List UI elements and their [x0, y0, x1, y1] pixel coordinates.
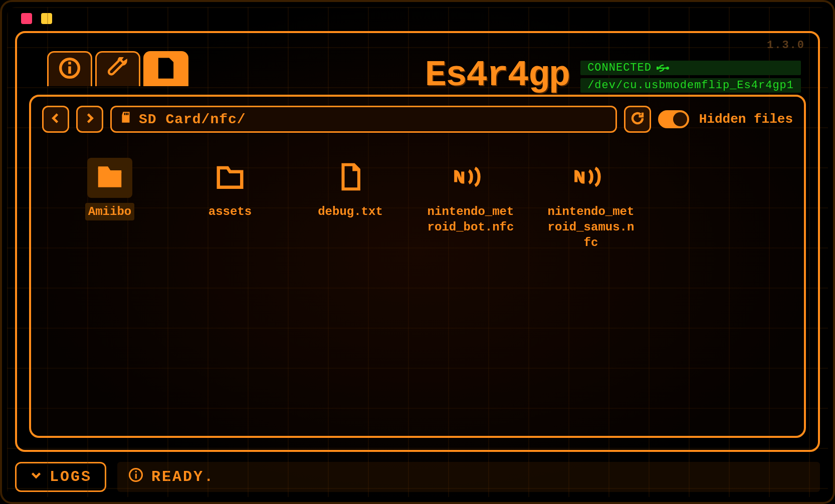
tab-tools[interactable]: [95, 51, 140, 86]
back-button[interactable]: [42, 106, 69, 133]
file-toolbar: SD Card/nfc/ Hidden files: [42, 106, 793, 133]
file-label: debug.txt: [315, 203, 386, 220]
file-label: nintendo_metroid_samus.nfc: [543, 203, 639, 252]
file-item-nfc[interactable]: nintendo_metroid_bot.nfc: [423, 158, 518, 252]
svg-rect-9: [127, 113, 128, 115]
connection-status: CONNECTED: [580, 61, 801, 75]
file-label: assets: [205, 203, 255, 220]
logs-label: LOGS: [50, 468, 92, 485]
forward-button[interactable]: [76, 106, 103, 133]
info-icon: [128, 467, 143, 487]
device-info: Es4r4gp CONNECTED /dev/cu.usbmodemflip_E…: [425, 55, 801, 96]
path-input[interactable]: SD Card/nfc/: [110, 106, 617, 133]
wrench-icon: [107, 57, 129, 82]
file-browser: SD Card/nfc/ Hidden files Amiibo: [29, 95, 806, 438]
chevron-left-icon: [49, 111, 63, 128]
svg-rect-3: [162, 68, 170, 70]
document-icon: [336, 162, 365, 194]
file-item-file[interactable]: debug.txt: [303, 158, 398, 252]
hidden-files-toggle[interactable]: [658, 110, 689, 128]
file-icon: [155, 57, 177, 82]
nfc-icon: [573, 166, 608, 190]
chevron-down-icon: [30, 468, 43, 486]
folder-icon: [215, 161, 246, 195]
version-label: 1.3.0: [767, 39, 805, 52]
svg-rect-11: [135, 473, 137, 478]
svg-point-5: [666, 67, 669, 70]
nfc-icon: [453, 166, 488, 190]
tab-files[interactable]: [143, 51, 188, 86]
status-bar: READY.: [117, 462, 820, 492]
file-label: Amiibo: [85, 203, 134, 220]
file-item-folder[interactable]: Amiibo: [62, 158, 157, 252]
main-panel: 1.3.0: [15, 31, 820, 452]
footer: LOGS READY.: [15, 462, 820, 492]
refresh-button[interactable]: [624, 106, 651, 133]
file-item-folder[interactable]: assets: [182, 158, 278, 252]
minimize-window-button[interactable]: [41, 13, 52, 24]
app-window: 1.3.0: [0, 0, 835, 504]
status-text: READY.: [151, 468, 215, 485]
refresh-icon: [630, 111, 645, 128]
window-controls: [15, 11, 820, 31]
sd-card-icon: [120, 111, 133, 128]
usb-icon: [657, 64, 670, 73]
svg-rect-7: [124, 113, 125, 115]
svg-rect-8: [126, 113, 127, 115]
svg-rect-6: [657, 67, 659, 70]
logs-button[interactable]: LOGS: [15, 462, 106, 492]
file-label: nintendo_metroid_bot.nfc: [423, 203, 518, 236]
folder-icon: [94, 161, 125, 195]
info-icon: [59, 57, 81, 82]
device-port: /dev/cu.usbmodemflip_Es4r4gp1: [580, 78, 801, 93]
close-window-button[interactable]: [21, 13, 32, 24]
file-item-nfc[interactable]: nintendo_metroid_samus.nfc: [543, 158, 639, 252]
chevron-right-icon: [83, 111, 97, 128]
tab-info[interactable]: [47, 51, 92, 86]
file-grid: Amiibo assets debug.txt: [42, 133, 793, 277]
device-name: Es4r4gp: [425, 55, 569, 96]
svg-rect-2: [68, 62, 71, 65]
svg-rect-1: [68, 66, 71, 74]
path-text: SD Card/nfc/: [139, 112, 246, 127]
svg-rect-12: [135, 470, 137, 472]
tab-bar: [47, 51, 188, 86]
hidden-files-label: Hidden files: [699, 112, 793, 127]
svg-rect-4: [162, 72, 170, 74]
